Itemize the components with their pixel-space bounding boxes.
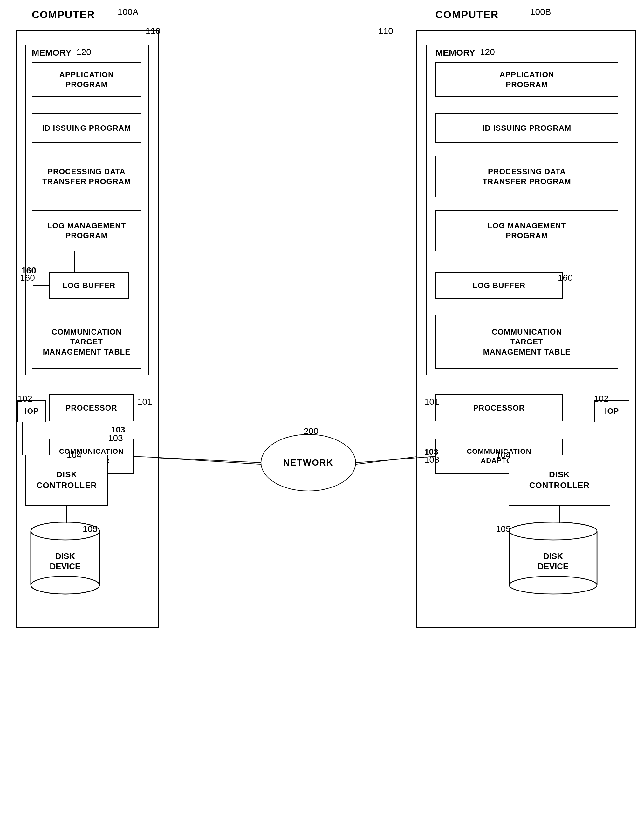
- svg-line-21: [356, 456, 420, 464]
- right-disk-device-ref: 105: [496, 524, 511, 534]
- left-processor: PROCESSOR: [49, 394, 134, 421]
- left-outer-ref: 110: [146, 26, 161, 36]
- computer-b-label: COMPUTER: [436, 9, 499, 20]
- computer-a-label: COMPUTER: [32, 9, 95, 20]
- svg-text:DISK: DISK: [543, 552, 563, 561]
- right-comm-target: COMMUNICATIONTARGETMANAGEMENT TABLE: [436, 315, 618, 369]
- right-outer-ref: 110: [378, 26, 393, 36]
- right-iop-ref: 102: [594, 394, 609, 404]
- left-disk-controller-ref: 104: [67, 450, 82, 460]
- left-disk-device-ref: 105: [83, 524, 98, 534]
- svg-text:DEVICE: DEVICE: [538, 561, 568, 571]
- left-memory-label: MEMORY: [32, 48, 71, 58]
- right-disk-controller: DISKCONTROLLER: [509, 455, 610, 506]
- right-log-mgmt: LOG MANAGEMENTPROGRAM: [436, 210, 618, 251]
- svg-point-42: [509, 522, 597, 540]
- right-disk-controller-ref: 104: [496, 450, 511, 460]
- left-app-program: APPLICATIONPROGRAM: [32, 62, 142, 97]
- right-log-buf-ref: 160: [558, 273, 573, 283]
- svg-point-39: [509, 576, 597, 594]
- svg-point-29: [31, 576, 99, 594]
- left-log-buf-ref: 160: [20, 273, 35, 283]
- left-processor-ref: 101: [137, 397, 152, 407]
- network-oval: NETWORK: [261, 434, 356, 491]
- left-log-buffer: LOG BUFFER: [49, 272, 129, 299]
- network-ref: 200: [304, 426, 318, 436]
- computer-b-ref: 100B: [530, 7, 551, 17]
- right-processor: PROCESSOR: [436, 394, 563, 421]
- computer-a-ref: 100A: [118, 7, 138, 17]
- svg-text:DISK: DISK: [55, 552, 75, 561]
- left-id-issuing: ID ISSUING PROGRAM: [32, 113, 142, 143]
- right-comm-adaptor-ref: 103: [424, 455, 439, 465]
- right-proc-data: PROCESSING DATATRANSFER PROGRAM: [436, 156, 618, 197]
- svg-text:DEVICE: DEVICE: [50, 561, 81, 571]
- left-comm-target: COMMUNICATIONTARGETMANAGEMENT TABLE: [32, 315, 142, 369]
- right-processor-ref: 101: [424, 397, 439, 407]
- right-app-program: APPLICATIONPROGRAM: [436, 62, 618, 97]
- right-id-issuing: ID ISSUING PROGRAM: [436, 113, 618, 143]
- right-disk-device: DISK DEVICE: [509, 522, 598, 595]
- left-iop-ref: 102: [17, 394, 32, 404]
- left-comm-adaptor-ref: 103: [108, 433, 123, 443]
- left-log-mgmt: LOG MANAGEMENTPROGRAM: [32, 210, 142, 251]
- left-disk-controller: DISKCONTROLLER: [25, 455, 108, 506]
- right-log-buffer: LOG BUFFER: [436, 272, 563, 299]
- right-memory-label: MEMORY: [436, 48, 475, 58]
- right-memory-ref: 120: [480, 47, 495, 57]
- left-memory-ref: 120: [76, 47, 91, 57]
- diagram: COMPUTER 100A 110 MEMORY 120 APPLICATION…: [0, 0, 644, 829]
- left-proc-data: PROCESSING DATATRANSFER PROGRAM: [32, 156, 142, 197]
